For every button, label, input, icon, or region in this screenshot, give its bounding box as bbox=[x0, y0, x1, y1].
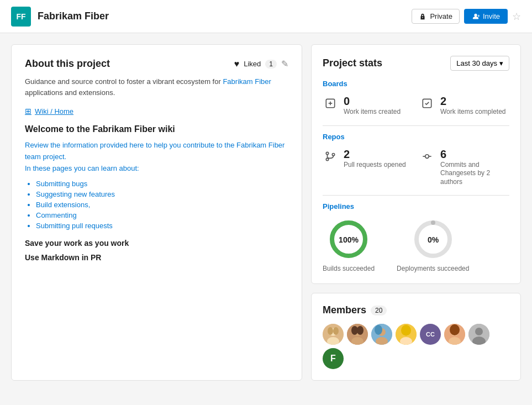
card-title: About this project bbox=[25, 58, 110, 70]
svg-point-6 bbox=[332, 153, 334, 155]
avatar[interactable] bbox=[468, 324, 489, 345]
avatar-img bbox=[444, 324, 465, 345]
avatar[interactable]: CC bbox=[420, 324, 441, 345]
avatar-img bbox=[347, 324, 368, 345]
deployments-donut: 0% bbox=[411, 217, 455, 261]
work-completed-num: 2 bbox=[440, 94, 505, 108]
work-created-label: Work items created bbox=[344, 108, 401, 117]
members-header: Members 20 bbox=[323, 304, 509, 316]
commits-label: Commits and Changesets by 2 authors bbox=[440, 161, 509, 187]
builds-donut: 100% bbox=[326, 217, 371, 261]
stat-work-completed: 2 Work items completed bbox=[419, 94, 509, 117]
main-content: About this project ♥ Liked 1 ✎ Guidance … bbox=[0, 33, 532, 392]
svg-point-34 bbox=[401, 325, 411, 336]
work-completed-label: Work items completed bbox=[440, 108, 505, 117]
stats-card: Project stats Last 30 days ▾ Boards 0 Wo… bbox=[311, 44, 521, 284]
description-text1: Guidance and source control to foster a … bbox=[25, 77, 223, 86]
list-item: Commenting bbox=[36, 211, 288, 219]
commits-num: 6 bbox=[440, 148, 509, 161]
wiki-link[interactable]: ⊞ Wiki / Home bbox=[25, 107, 288, 115]
svg-text:100%: 100% bbox=[339, 235, 359, 244]
svg-point-30 bbox=[375, 325, 382, 335]
stat-pull-requests: 2 Pull requests opened bbox=[323, 148, 413, 187]
svg-text:0%: 0% bbox=[428, 235, 439, 244]
description-text2: applications and extensions. bbox=[25, 88, 115, 97]
liked-label: Liked bbox=[244, 60, 261, 68]
stats-header: Project stats Last 30 days ▾ bbox=[323, 56, 509, 71]
list-item: Submitting bugs bbox=[36, 180, 288, 188]
pr-label: Pull requests opened bbox=[344, 161, 406, 170]
svg-point-40 bbox=[475, 328, 483, 335]
days-dropdown[interactable]: Last 30 days ▾ bbox=[450, 56, 509, 71]
work-item-completed-icon bbox=[419, 96, 435, 111]
private-button[interactable]: Private bbox=[412, 9, 459, 24]
stats-title: Project stats bbox=[323, 57, 382, 69]
invite-button[interactable]: Invite bbox=[464, 9, 508, 24]
repos-stats: 2 Pull requests opened 6 Commits and Cha… bbox=[323, 148, 509, 187]
repos-label: Repos bbox=[323, 133, 509, 141]
avatar-img bbox=[468, 324, 489, 345]
star-button[interactable]: ☆ bbox=[512, 10, 521, 23]
avatar[interactable] bbox=[371, 324, 392, 345]
org-avatar: FF bbox=[11, 7, 31, 27]
description-link[interactable]: Fabrikam Fiber bbox=[223, 77, 271, 86]
avatars-row: CC bbox=[323, 324, 509, 369]
avatar[interactable] bbox=[396, 324, 417, 345]
markdown-text: Use Markdown in PR bbox=[25, 253, 288, 262]
boards-stats: 0 Work items created 2 Work items comple… bbox=[323, 94, 509, 117]
lock-icon bbox=[419, 13, 426, 20]
builds-label: Builds succeeded bbox=[323, 265, 375, 272]
wiki-list: Submitting bugs Suggesting new features … bbox=[25, 180, 288, 230]
avatar-img bbox=[396, 324, 417, 345]
avatar-img bbox=[371, 324, 392, 345]
work-item-created-icon bbox=[323, 96, 338, 111]
svg-point-21 bbox=[333, 327, 339, 335]
wiki-icon: ⊞ bbox=[25, 107, 31, 115]
svg-point-26 bbox=[357, 326, 364, 335]
wiki-heading: Welcome to the Fabrikam Fiber wiki bbox=[25, 124, 288, 134]
edit-icon[interactable]: ✎ bbox=[281, 59, 288, 69]
svg-point-20 bbox=[328, 327, 333, 335]
pipeline-circles: 100% Builds succeeded 0% Deployments suc… bbox=[323, 217, 509, 272]
commits-icon bbox=[419, 149, 435, 164]
deployments-circle: 0% Deployments succeeded bbox=[397, 217, 469, 272]
members-card: Members 20 bbox=[311, 293, 521, 381]
avatar[interactable] bbox=[323, 324, 344, 345]
liked-count: 1 bbox=[265, 60, 277, 69]
about-card: About this project ♥ Liked 1 ✎ Guidance … bbox=[11, 44, 302, 381]
stat-work-created: 0 Work items created bbox=[323, 94, 413, 117]
avatar[interactable] bbox=[347, 324, 368, 345]
topbar-actions: Private Invite ☆ bbox=[412, 9, 521, 24]
members-count: 20 bbox=[371, 306, 387, 315]
boards-label: Boards bbox=[323, 80, 509, 88]
svg-point-8 bbox=[425, 154, 429, 158]
right-column: Project stats Last 30 days ▾ Boards 0 Wo… bbox=[311, 44, 521, 381]
work-created-num: 0 bbox=[344, 94, 401, 108]
heart-icon[interactable]: ♥ bbox=[234, 59, 240, 69]
stat-commits: 6 Commits and Changesets by 2 authors bbox=[419, 148, 509, 187]
avatar-img bbox=[323, 324, 344, 345]
wiki-intro: Review the information provided here to … bbox=[25, 140, 288, 174]
deployments-label: Deployments succeeded bbox=[397, 265, 469, 272]
topbar: FF Fabrikam Fiber Private Invite ☆ bbox=[0, 0, 532, 33]
pull-request-icon bbox=[323, 149, 338, 164]
svg-point-4 bbox=[326, 152, 328, 154]
card-header: About this project ♥ Liked 1 ✎ bbox=[25, 58, 288, 70]
invite-icon bbox=[472, 13, 480, 20]
pipelines-section: Pipelines 100% Builds succeeded bbox=[323, 202, 509, 272]
list-item: Build extensions, bbox=[36, 201, 288, 209]
list-item: Submitting pull requests bbox=[36, 222, 288, 230]
avatar[interactable] bbox=[444, 324, 465, 345]
members-title: Members bbox=[323, 304, 366, 316]
pr-num: 2 bbox=[344, 148, 406, 161]
list-item: Suggesting new features bbox=[36, 190, 288, 198]
pipelines-label: Pipelines bbox=[323, 202, 509, 211]
save-work-text: Save your work as you work bbox=[25, 239, 288, 248]
avatar[interactable]: F bbox=[323, 348, 344, 369]
org-name: Fabrikam Fiber bbox=[38, 10, 109, 22]
description: Guidance and source control to foster a … bbox=[25, 76, 288, 98]
svg-point-38 bbox=[450, 324, 460, 335]
liked-section: ♥ Liked 1 ✎ bbox=[234, 59, 288, 69]
wiki-link-text: Wiki / Home bbox=[35, 107, 73, 115]
builds-circle: 100% Builds succeeded bbox=[323, 217, 375, 272]
